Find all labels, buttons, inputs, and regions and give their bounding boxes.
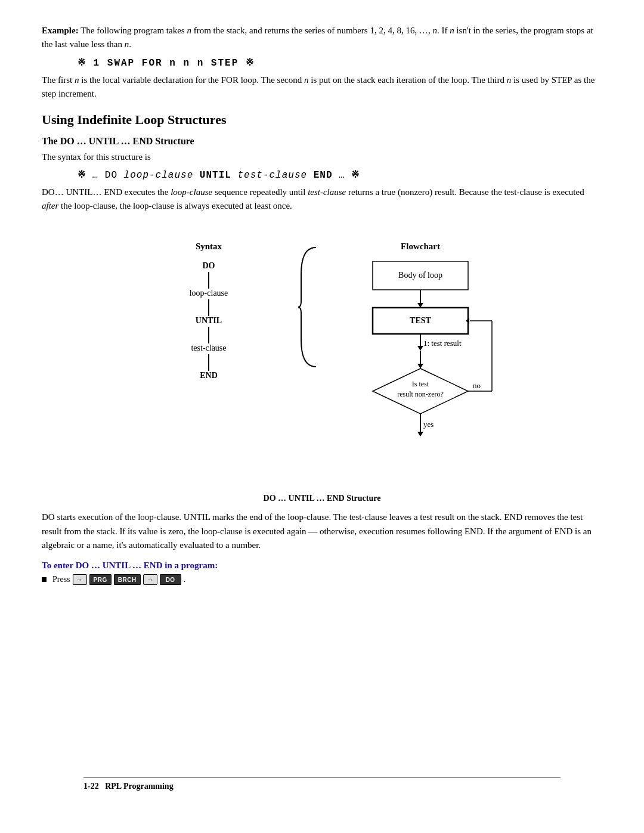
example-paragraph: Example: The following program takes n f… (42, 24, 602, 51)
example-text2: from the stack, and returns the series o… (191, 26, 433, 35)
syn-end: END (200, 371, 218, 380)
flowchart-svg: Body of loop TEST 1: test result (331, 261, 510, 488)
para-2: DO… UNTIL… END executes the loop-clause … (42, 185, 602, 213)
to-enter-link-para: To enter DO … UNTIL … END in a program: (42, 561, 602, 571)
syn-line-4 (208, 354, 209, 371)
svg-text:no: no (473, 381, 481, 390)
diagram-area: Syntax DO loop-clause UNTIL test-clause … (42, 224, 602, 488)
example-text3: . If (437, 26, 450, 35)
example-label: Example: (42, 26, 79, 35)
section-heading: Using Indefinite Loop Structures (42, 112, 602, 128)
syn-do: DO (203, 261, 215, 271)
svg-text:result non-zero?: result non-zero? (397, 390, 444, 398)
syn-line-1 (208, 272, 209, 289)
flowchart-column: Flowchart Body of loop TEST 1: (319, 224, 522, 488)
code-line-2: ※ … DO loop-clause UNTIL test-clause END… (78, 169, 602, 181)
subheading-do-until: The DO … UNTIL … END Structure (42, 136, 602, 147)
code-line-1: ※ 1 SWAP FOR n n n STEP ※ (78, 57, 602, 69)
bullet-icon (42, 577, 47, 582)
brace-area (295, 224, 319, 373)
syntax-intro: The syntax for this structure is (42, 150, 602, 164)
syn-loop-clause: loop-clause (190, 289, 228, 298)
para1-n2: n (304, 75, 309, 85)
key-brch[interactable]: BRCH (114, 574, 141, 585)
example-n1: n (187, 26, 191, 35)
syntax-column: Syntax DO loop-clause UNTIL test-clause … (122, 224, 295, 380)
key-arrow-right-2[interactable]: → (143, 574, 157, 585)
curly-brace-svg (295, 241, 319, 373)
example-n3: n (450, 26, 454, 35)
page-content: Example: The following program takes n f… (42, 24, 602, 809)
footer-page-ref: 1-22 (83, 782, 99, 791)
example-text1: The following program takes (79, 26, 187, 35)
syntax-header: Syntax (196, 241, 222, 252)
press-label: Press (52, 575, 70, 584)
press-line: Press → PRG BRCH → DO . (42, 574, 602, 585)
svg-text:1: test result: 1: test result (423, 339, 462, 348)
svg-text:yes: yes (423, 420, 434, 429)
flowchart-header: Flowchart (401, 241, 440, 252)
diagram-caption: DO … UNTIL … END Structure (42, 494, 602, 503)
example-n2: n (432, 26, 437, 35)
para1-text1: The first (42, 75, 75, 85)
svg-marker-20 (417, 432, 423, 436)
para-3: DO starts execution of the loop-clause. … (42, 510, 602, 552)
syn-line-3 (208, 327, 209, 343)
to-enter-link[interactable]: To enter DO … UNTIL … END in a program: (42, 561, 218, 570)
key-arrow-right[interactable]: → (73, 574, 87, 585)
para1-text2: is the local variable declaration for th… (79, 75, 304, 85)
svg-text:TEST: TEST (410, 316, 431, 325)
svg-text:Body of loop: Body of loop (398, 271, 442, 280)
para-1: The first n is the local variable declar… (42, 73, 602, 101)
footer-title: RPL Programming (105, 782, 173, 791)
svg-marker-9 (417, 346, 423, 351)
para1-text3: is put on the stack each iteration of th… (309, 75, 507, 85)
syn-line-2 (208, 299, 209, 316)
key-do[interactable]: DO (160, 574, 181, 585)
syn-test-clause: test-clause (191, 343, 226, 353)
key-prg[interactable]: PRG (89, 574, 112, 585)
svg-text:Is test: Is test (412, 380, 429, 388)
footer-spacer (99, 782, 106, 791)
svg-marker-12 (417, 364, 423, 368)
example-text5: . (129, 39, 131, 49)
syn-until: UNTIL (196, 316, 222, 326)
footer-bar: 1-22 RPL Programming (83, 778, 561, 791)
period: . (184, 575, 186, 584)
